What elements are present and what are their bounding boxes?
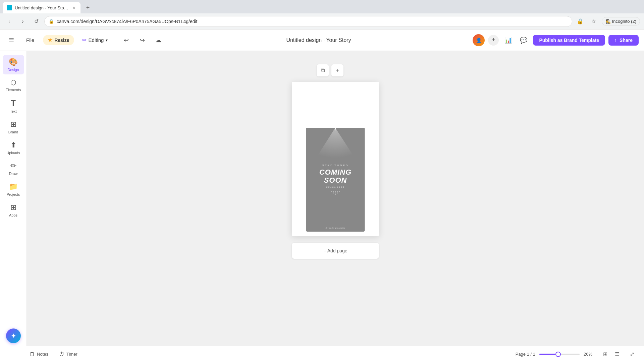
undo-button[interactable]: ↩: [120, 34, 132, 46]
sidebar-item-apps[interactable]: ⊞ Apps: [3, 200, 24, 220]
incognito-icon: 🕵: [605, 19, 611, 24]
back-button[interactable]: ‹: [4, 16, 15, 27]
redo-button[interactable]: ↪: [136, 34, 148, 46]
sidebar-item-elements[interactable]: ⬡ Elements: [3, 76, 24, 95]
notes-icon: 🗒: [30, 351, 35, 357]
browser-nav: ‹ › ↺ 🔒 canva.com/design/DAGVxc874lA/F6P…: [0, 13, 644, 29]
zoom-percent: 26%: [584, 352, 596, 357]
decoration-dots: [306, 191, 365, 195]
new-tab-button[interactable]: +: [83, 3, 93, 12]
timer-icon: ⏱: [59, 351, 64, 357]
publish-brand-template-button[interactable]: Publish as Brand Template: [533, 35, 605, 46]
tab-title: Untitled design - Your Story - C: [15, 5, 68, 10]
page-canvas[interactable]: STAY TUNED COMINGSOON 30.11.2023: [292, 82, 379, 236]
design-title[interactable]: Untitled design · Your Story: [286, 37, 351, 43]
bottom-bar: 🗒 Notes ⏱ Timer Page 1 / 1 26% ⊞ ☰ ⤢: [0, 346, 644, 362]
notes-label: Notes: [37, 352, 48, 357]
comments-button[interactable]: 💬: [518, 34, 530, 46]
sidebar-label-uploads: Uploads: [6, 151, 20, 155]
forward-button[interactable]: ›: [17, 16, 28, 27]
zoom-slider[interactable]: [539, 354, 580, 355]
coming-soon-text: COMINGSOON: [306, 168, 365, 184]
canvas-toolbar: ⧉ +: [314, 64, 357, 76]
user-avatar[interactable]: 👤: [473, 34, 485, 46]
editing-chevron-icon: ▾: [106, 38, 108, 43]
timer-button[interactable]: ⏱ Timer: [56, 350, 80, 359]
bottom-right: Page 1 / 1 26% ⊞ ☰ ⤢: [516, 349, 637, 360]
add-page-icon-button[interactable]: +: [331, 64, 343, 76]
nav-right: 🔒 ☆ 🕵 Incognito (2): [575, 16, 640, 27]
editing-mode-button[interactable]: ✏ Editing ▾: [78, 35, 112, 45]
file-menu-button[interactable]: File: [21, 35, 39, 45]
app-layout: ☰ File ★ Resize ✏ Editing ▾ ↩ ↪ ☁ Untitl…: [0, 29, 644, 362]
sidebar-label-brand: Brand: [8, 130, 18, 134]
tab-close-button[interactable]: ✕: [71, 5, 76, 10]
elements-icon: ⬡: [10, 78, 16, 86]
draw-icon: ✏: [10, 162, 16, 170]
sidebar-label-apps: Apps: [9, 213, 17, 217]
toolbar-left: ☰ File ★ Resize ✏ Editing ▾ ↩ ↪ ☁: [5, 34, 164, 46]
browser-chrome: Untitled design - Your Story - C ✕ + ‹ ›…: [0, 0, 644, 29]
design-card[interactable]: STAY TUNED COMINGSOON 30.11.2023: [306, 128, 365, 232]
grid-view-button[interactable]: ⊞: [600, 349, 610, 360]
bottom-left: 🗒 Notes ⏱ Timer: [7, 350, 80, 359]
spotlight-svg: [306, 128, 365, 158]
sidebar-item-design[interactable]: 🎨 Design: [3, 55, 24, 74]
resize-button[interactable]: ★ Resize: [43, 35, 74, 45]
toolbar-divider-1: [116, 36, 116, 45]
apps-icon: ⊞: [10, 203, 16, 212]
list-view-button[interactable]: ☰: [612, 349, 623, 360]
sidebar-item-brand[interactable]: ⊞ Brand: [3, 117, 24, 137]
sidebar-label-projects: Projects: [7, 192, 20, 196]
sidebar-item-uploads[interactable]: ⬆ Uploads: [3, 138, 24, 158]
stats-button[interactable]: 📊: [502, 34, 514, 46]
address-bar[interactable]: 🔒 canva.com/design/DAGVxc874lA/F6P0An75A…: [44, 16, 572, 27]
main-content: 🎨 Design ⬡ Elements T Text ⊞ Brand ⬆ Upl…: [0, 51, 644, 346]
browser-tabs: Untitled design - Your Story - C ✕ +: [0, 0, 644, 13]
incognito-label: Incognito (2): [612, 19, 636, 24]
page-info: Page 1 / 1: [516, 352, 535, 357]
text-icon: T: [11, 99, 16, 108]
left-sidebar: 🎨 Design ⬡ Elements T Text ⊞ Brand ⬆ Upl…: [0, 51, 27, 346]
canva-toolbar: ☰ File ★ Resize ✏ Editing ▾ ↩ ↪ ☁ Untitl…: [0, 29, 644, 51]
canvas-area[interactable]: ⧉ +: [27, 51, 644, 346]
sidebar-label-draw: Draw: [9, 172, 18, 176]
editing-pencil-icon: ✏: [82, 37, 87, 43]
resize-star-icon: ★: [48, 37, 52, 43]
sidebar-item-text[interactable]: T Text: [3, 96, 24, 116]
duplicate-page-button[interactable]: ⧉: [317, 64, 329, 76]
tab-favicon: [7, 5, 12, 10]
brand-icon: ⊞: [10, 120, 16, 129]
share-button[interactable]: ↑ Share: [608, 35, 639, 46]
sidebar-item-projects[interactable]: 📁 Projects: [3, 180, 24, 199]
zoom-thumb[interactable]: [555, 352, 561, 357]
magic-star-icon: ✦: [11, 332, 16, 340]
zoom-fill: [539, 354, 555, 355]
timer-label: Timer: [66, 352, 77, 357]
sidebar-label-design: Design: [7, 68, 19, 72]
share-icon: ↑: [614, 38, 617, 43]
editing-label: Editing: [89, 37, 104, 43]
toolbar-center: Untitled design · Your Story: [168, 37, 469, 43]
add-page-button[interactable]: + Add page: [292, 243, 379, 259]
fullscreen-button[interactable]: ⤢: [627, 349, 637, 360]
uploads-icon: ⬆: [10, 141, 16, 149]
zoom-slider-container: [539, 354, 580, 355]
active-tab[interactable]: Untitled design - Your Story - C ✕: [3, 2, 80, 13]
toolbar-right: 👤 + 📊 💬 Publish as Brand Template ↑ Shar…: [473, 34, 639, 46]
add-collaborator-button[interactable]: +: [488, 35, 499, 46]
svg-marker-0: [316, 128, 355, 158]
design-icon: 🎨: [9, 58, 18, 66]
share-label: Share: [620, 38, 633, 43]
hamburger-menu-button[interactable]: ☰: [5, 34, 17, 46]
bookmark-button[interactable]: ☆: [588, 16, 599, 27]
save-cloud-button[interactable]: ☁: [152, 34, 164, 46]
extensions-button[interactable]: 🔒: [575, 16, 586, 27]
url-text: canva.com/design/DAGVxc874lA/F6P0An75AGa…: [57, 19, 197, 24]
reload-button[interactable]: ↺: [31, 16, 42, 27]
sidebar-item-draw[interactable]: ✏ Draw: [3, 159, 24, 178]
magic-ai-button[interactable]: ✦: [6, 328, 21, 343]
notes-button[interactable]: 🗒 Notes: [27, 350, 51, 359]
incognito-badge[interactable]: 🕵 Incognito (2): [602, 17, 640, 25]
stay-tuned-text: STAY TUNED: [306, 164, 365, 167]
